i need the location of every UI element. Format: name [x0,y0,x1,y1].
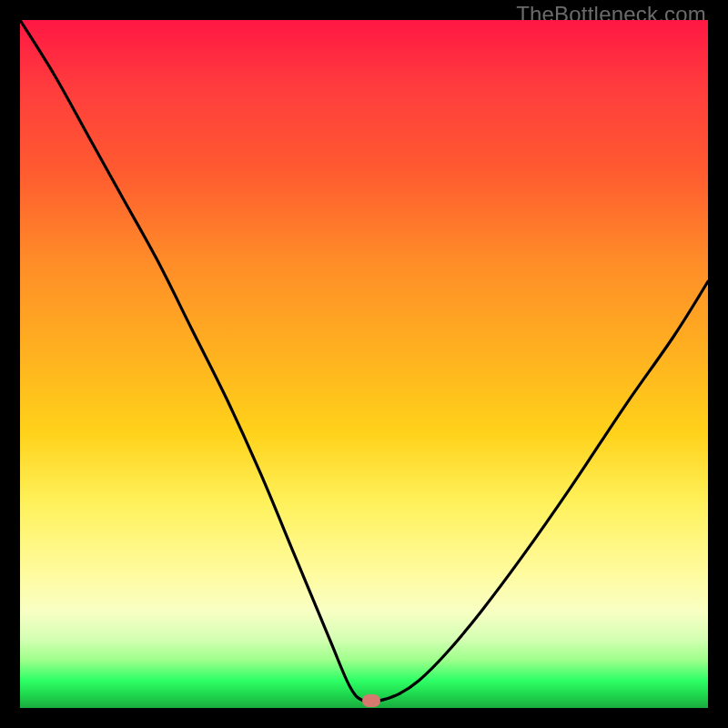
plot-area [20,20,708,708]
line-series [20,20,708,708]
marker-point [362,694,380,707]
chart-container: TheBottleneck.com [0,0,728,728]
